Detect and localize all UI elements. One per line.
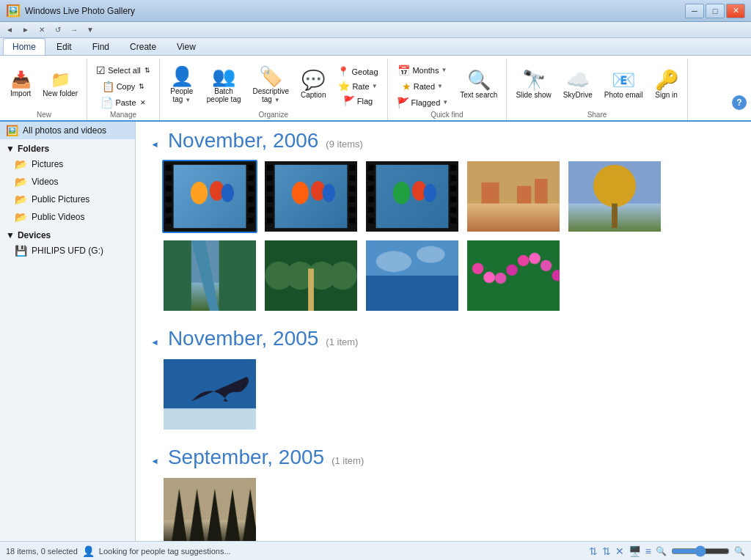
month-count-nov2006: (9 items)	[326, 139, 363, 150]
videos-folder-icon: 📂	[15, 176, 27, 188]
quick-dropdown-button[interactable]: ▼	[84, 23, 97, 37]
photo-thumb-2[interactable]	[263, 160, 359, 233]
flag-button[interactable]: 🚩 Flag	[333, 94, 382, 108]
photo-thumb-8[interactable]	[364, 239, 460, 312]
folders-chevron-icon: ▼	[6, 144, 15, 154]
batch-people-tag-icon: 👥	[212, 67, 235, 86]
public-pictures-folder-icon: 📂	[15, 194, 27, 205]
photo-thumb-10[interactable]	[162, 358, 257, 431]
sort-za-icon: ⇅	[602, 545, 611, 557]
sidebar-item-philips-ufd[interactable]: 💾 PHILIPS UFD (G:)	[0, 242, 135, 259]
flagged-button[interactable]: 🚩 Flagged ▼	[392, 95, 453, 110]
import-icon: 📥	[11, 72, 31, 88]
sidebar-item-videos[interactable]: 📂 Videos	[0, 173, 135, 191]
descriptive-tag-icon: 🏷️	[259, 67, 282, 86]
screen-icon: 🖥️	[629, 545, 641, 557]
organize-group-label: Organize	[258, 111, 288, 120]
photo-thumb-1[interactable]	[162, 160, 257, 233]
people-tag-button[interactable]: 👤 Peopletag ▼	[164, 63, 199, 107]
sidebar-item-public-pictures[interactable]: 📂 Public Pictures	[0, 191, 135, 208]
text-search-icon: 🔍	[467, 70, 491, 89]
photo-thumb-6[interactable]	[162, 239, 257, 312]
new-folder-button[interactable]: 📁 New folder	[38, 63, 82, 107]
quick-back-button[interactable]: ◄	[3, 23, 16, 37]
sidebar-item-pictures[interactable]: 📂 Pictures	[0, 155, 135, 173]
batch-people-tag-button[interactable]: 👥 Batchpeople tag	[202, 63, 246, 107]
sidebar-item-all[interactable]: 🖼️ All photos and videos	[0, 122, 135, 139]
month-header-sep2005: ◄ September, 2005 (1 item)	[150, 446, 736, 469]
month-title-nov2006: November, 2006	[168, 129, 318, 152]
quick-stop-button[interactable]: ✕	[35, 23, 48, 37]
month-collapse-sep2005[interactable]: ◄	[150, 456, 159, 466]
import-button[interactable]: 📥 Import	[6, 63, 35, 107]
copy-button[interactable]: 📋 Copy ⇅	[92, 79, 155, 94]
close-button[interactable]: ✕	[726, 4, 745, 18]
flag-icon: 🚩	[343, 96, 355, 106]
people-tag-status-icon: 👤	[82, 545, 95, 557]
photo-thumb-5[interactable]	[567, 160, 662, 233]
new-group-label: New	[37, 111, 51, 120]
rated-button[interactable]: ★ Rated ▼	[392, 79, 453, 94]
people-tag-status: Looking for people tag suggestions...	[99, 547, 231, 556]
rated-star-icon: ★	[402, 81, 411, 92]
list-view-icon: ≡	[645, 545, 651, 557]
sign-in-icon: 🔑	[655, 70, 678, 89]
months-icon: 📅	[398, 65, 410, 75]
tab-find[interactable]: Find	[83, 38, 119, 55]
zoom-slider[interactable]	[671, 546, 730, 556]
quick-arrow-button[interactable]: →	[67, 23, 81, 37]
slide-show-icon: 🔭	[522, 70, 546, 89]
select-all-arrows: ⇅	[144, 67, 150, 74]
month-count-sep2005: (1 item)	[331, 455, 364, 466]
caption-button[interactable]: 💬 Caption	[296, 63, 330, 107]
share-group-label: Share	[587, 111, 607, 120]
help-button[interactable]: ?	[732, 95, 747, 110]
pictures-folder-icon: 📂	[15, 158, 27, 170]
text-search-button[interactable]: 🔍 Text search	[455, 63, 502, 107]
caption-icon: 💬	[301, 70, 325, 89]
tab-create[interactable]: Create	[120, 38, 166, 55]
photo-email-icon: 📧	[612, 70, 635, 89]
ribbon-group-organize: 👤 Peopletag ▼ 👥 Batchpeople tag 🏷️ Descr…	[160, 59, 388, 120]
app-icon: 🖼️	[6, 4, 21, 18]
photo-thumb-9[interactable]	[466, 239, 561, 312]
skydrive-button[interactable]: ☁️ SkyDrive	[559, 63, 597, 107]
geotag-button[interactable]: 📍 Geotag	[333, 65, 382, 78]
status-bar: 18 items, 0 selected 👤 Looking for peopl…	[0, 541, 751, 560]
minimize-button[interactable]: ─	[685, 4, 704, 18]
status-right: ⇅ ⇅ ✕ 🖥️ ≡ 🔍 🔍	[589, 545, 745, 557]
month-collapse-nov2006[interactable]: ◄	[150, 139, 159, 150]
months-button[interactable]: 📅 Months ▼	[392, 63, 453, 78]
sidebar-item-public-videos[interactable]: 📂 Public Videos	[0, 208, 135, 226]
descriptive-tag-button[interactable]: 🏷️ Descriptivetag ▼	[249, 63, 293, 107]
devices-chevron-icon: ▼	[6, 230, 15, 240]
photo-thumb-7[interactable]	[263, 239, 359, 312]
flagged-icon: 🚩	[397, 97, 409, 108]
paste-x: ✕	[140, 99, 146, 106]
maximize-button[interactable]: □	[706, 4, 725, 18]
photo-grid-sep2005	[150, 476, 736, 541]
quick-find-group-label: Quick find	[431, 111, 463, 120]
sidebar: 🖼️ All photos and videos ▼ Folders 📂 Pic…	[0, 122, 136, 541]
rate-button[interactable]: ⭐ Rate ▼	[333, 79, 382, 93]
quick-forward-button[interactable]: ►	[19, 23, 32, 37]
paste-button[interactable]: 📄 Paste ✕	[92, 95, 155, 110]
tab-view[interactable]: View	[167, 38, 205, 55]
tab-edit[interactable]: Edit	[47, 38, 81, 55]
photo-thumb-4[interactable]	[466, 160, 561, 233]
copy-icon: 📋	[102, 81, 114, 92]
sidebar-section-folders[interactable]: ▼ Folders	[0, 139, 135, 155]
month-group-sep2005: ◄ September, 2005 (1 item)	[150, 446, 736, 541]
tab-home[interactable]: Home	[3, 38, 45, 55]
sign-in-button[interactable]: 🔑 Sign in	[651, 63, 683, 107]
ribbon-group-share: 🔭 Slide show ☁️ SkyDrive 📧 Photo email 🔑…	[507, 59, 687, 120]
status-left: 18 items, 0 selected 👤 Looking for peopl…	[6, 545, 582, 557]
photo-thumb-3[interactable]	[364, 160, 460, 233]
sidebar-section-devices[interactable]: ▼ Devices	[0, 226, 135, 242]
select-all-button[interactable]: ☑ Select all ⇅	[92, 63, 155, 78]
slide-show-button[interactable]: 🔭 Slide show	[511, 63, 555, 107]
month-collapse-nov2005[interactable]: ◄	[150, 337, 159, 347]
quick-refresh-button[interactable]: ↺	[51, 23, 65, 37]
photo-thumb-11[interactable]	[162, 476, 257, 541]
photo-email-button[interactable]: 📧 Photo email	[600, 63, 648, 107]
